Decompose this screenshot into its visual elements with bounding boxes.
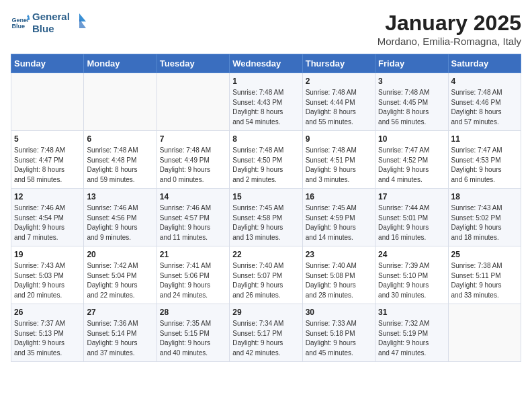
calendar-cell: 2Sunrise: 7:48 AMSunset: 4:44 PMDaylight… — [302, 73, 375, 131]
calendar-cell — [11, 73, 84, 131]
calendar-cell: 14Sunrise: 7:46 AMSunset: 4:57 PMDayligh… — [157, 189, 229, 246]
day-info: Sunrise: 7:46 AMSunset: 4:54 PMDaylight:… — [14, 203, 81, 242]
day-number: 13 — [87, 192, 153, 201]
day-info: Sunrise: 7:33 AMSunset: 5:18 PMDaylight:… — [306, 319, 372, 358]
day-number: 4 — [451, 77, 518, 86]
calendar-cell: 6Sunrise: 7:48 AMSunset: 4:48 PMDaylight… — [84, 131, 157, 189]
calendar-body: 1Sunrise: 7:48 AMSunset: 4:43 PMDaylight… — [11, 73, 521, 362]
weekday-header-friday: Friday — [375, 54, 448, 73]
main-title: January 2025 — [378, 11, 521, 36]
calendar-cell: 24Sunrise: 7:39 AMSunset: 5:10 PMDayligh… — [375, 246, 448, 304]
calendar-cell: 16Sunrise: 7:45 AMSunset: 4:59 PMDayligh… — [302, 189, 375, 246]
day-info: Sunrise: 7:34 AMSunset: 5:17 PMDaylight:… — [232, 319, 299, 358]
calendar-cell: 5Sunrise: 7:48 AMSunset: 4:47 PMDaylight… — [11, 131, 84, 189]
calendar-cell: 20Sunrise: 7:42 AMSunset: 5:04 PMDayligh… — [84, 246, 157, 304]
calendar-cell: 12Sunrise: 7:46 AMSunset: 4:54 PMDayligh… — [11, 189, 84, 246]
day-number: 2 — [306, 77, 372, 86]
calendar-cell: 27Sunrise: 7:36 AMSunset: 5:14 PMDayligh… — [84, 304, 157, 362]
day-info: Sunrise: 7:48 AMSunset: 4:45 PMDaylight:… — [378, 88, 445, 127]
day-number: 15 — [232, 192, 299, 201]
logo: General Blue General Blue — [11, 11, 86, 35]
calendar-cell: 8Sunrise: 7:48 AMSunset: 4:50 PMDaylight… — [230, 131, 302, 189]
day-number: 11 — [451, 134, 518, 144]
day-number: 21 — [160, 250, 226, 259]
day-info: Sunrise: 7:48 AMSunset: 4:48 PMDaylight:… — [87, 146, 153, 185]
day-info: Sunrise: 7:39 AMSunset: 5:10 PMDaylight:… — [378, 261, 445, 300]
weekday-header-wednesday: Wednesday — [230, 54, 302, 73]
calendar-cell: 29Sunrise: 7:34 AMSunset: 5:17 PMDayligh… — [230, 304, 302, 362]
day-info: Sunrise: 7:48 AMSunset: 4:51 PMDaylight:… — [306, 146, 372, 185]
day-number: 31 — [378, 308, 445, 317]
day-info: Sunrise: 7:46 AMSunset: 4:56 PMDaylight:… — [87, 203, 153, 242]
day-number: 6 — [87, 134, 153, 144]
calendar-cell: 17Sunrise: 7:44 AMSunset: 5:01 PMDayligh… — [375, 189, 448, 246]
calendar-cell: 15Sunrise: 7:45 AMSunset: 4:58 PMDayligh… — [230, 189, 302, 246]
day-number: 18 — [451, 192, 518, 201]
weekday-header-sunday: Sunday — [11, 54, 84, 73]
logo-general: General — [32, 11, 70, 23]
calendar-cell: 21Sunrise: 7:41 AMSunset: 5:06 PMDayligh… — [157, 246, 229, 304]
day-number: 7 — [160, 134, 226, 144]
day-number: 9 — [306, 134, 372, 144]
calendar-cell — [84, 73, 157, 131]
weekday-header-row: SundayMondayTuesdayWednesdayThursdayFrid… — [11, 54, 521, 73]
day-number: 24 — [378, 250, 445, 259]
calendar-table: SundayMondayTuesdayWednesdayThursdayFrid… — [11, 54, 521, 362]
day-info: Sunrise: 7:35 AMSunset: 5:15 PMDaylight:… — [160, 319, 226, 358]
day-info: Sunrise: 7:47 AMSunset: 4:53 PMDaylight:… — [451, 146, 518, 185]
calendar-week-4: 19Sunrise: 7:43 AMSunset: 5:03 PMDayligh… — [11, 246, 521, 304]
weekday-header-thursday: Thursday — [302, 54, 375, 73]
day-number: 5 — [14, 134, 81, 144]
day-info: Sunrise: 7:42 AMSunset: 5:04 PMDaylight:… — [87, 261, 153, 300]
day-number: 8 — [232, 134, 299, 144]
day-info: Sunrise: 7:38 AMSunset: 5:11 PMDaylight:… — [451, 261, 518, 300]
day-info: Sunrise: 7:41 AMSunset: 5:06 PMDaylight:… — [160, 261, 226, 300]
day-info: Sunrise: 7:44 AMSunset: 5:01 PMDaylight:… — [378, 203, 445, 242]
calendar-cell: 25Sunrise: 7:38 AMSunset: 5:11 PMDayligh… — [448, 246, 521, 304]
day-info: Sunrise: 7:45 AMSunset: 4:59 PMDaylight:… — [306, 203, 372, 242]
day-info: Sunrise: 7:48 AMSunset: 4:43 PMDaylight:… — [232, 88, 299, 127]
calendar-cell: 22Sunrise: 7:40 AMSunset: 5:07 PMDayligh… — [230, 246, 302, 304]
calendar-cell: 7Sunrise: 7:48 AMSunset: 4:49 PMDaylight… — [157, 131, 229, 189]
day-number: 30 — [306, 308, 372, 317]
calendar-header: SundayMondayTuesdayWednesdayThursdayFrid… — [11, 54, 521, 73]
calendar-cell: 4Sunrise: 7:48 AMSunset: 4:46 PMDaylight… — [448, 73, 521, 131]
calendar-cell — [448, 304, 521, 362]
calendar-cell: 31Sunrise: 7:32 AMSunset: 5:19 PMDayligh… — [375, 304, 448, 362]
day-number: 28 — [160, 308, 226, 317]
calendar-cell: 10Sunrise: 7:47 AMSunset: 4:52 PMDayligh… — [375, 131, 448, 189]
calendar-container: General Blue General Blue January 2025 M… — [0, 0, 532, 370]
day-number: 27 — [87, 308, 153, 317]
day-number: 16 — [306, 192, 372, 201]
calendar-cell: 11Sunrise: 7:47 AMSunset: 4:53 PMDayligh… — [448, 131, 521, 189]
day-info: Sunrise: 7:45 AMSunset: 4:58 PMDaylight:… — [232, 203, 299, 242]
calendar-week-1: 1Sunrise: 7:48 AMSunset: 4:43 PMDaylight… — [11, 73, 521, 131]
logo-triangle-icon — [73, 13, 86, 32]
calendar-week-3: 12Sunrise: 7:46 AMSunset: 4:54 PMDayligh… — [11, 189, 521, 246]
calendar-cell: 26Sunrise: 7:37 AMSunset: 5:13 PMDayligh… — [11, 304, 84, 362]
day-number: 10 — [378, 134, 445, 144]
day-info: Sunrise: 7:48 AMSunset: 4:46 PMDaylight:… — [451, 88, 518, 127]
day-info: Sunrise: 7:40 AMSunset: 5:08 PMDaylight:… — [306, 261, 372, 300]
day-number: 26 — [14, 308, 81, 317]
calendar-week-2: 5Sunrise: 7:48 AMSunset: 4:47 PMDaylight… — [11, 131, 521, 189]
svg-text:Blue: Blue — [11, 23, 25, 30]
title-block: January 2025 Mordano, Emilia-Romagna, It… — [378, 11, 521, 47]
calendar-cell: 23Sunrise: 7:40 AMSunset: 5:08 PMDayligh… — [302, 246, 375, 304]
weekday-header-saturday: Saturday — [448, 54, 521, 73]
day-info: Sunrise: 7:47 AMSunset: 4:52 PMDaylight:… — [378, 146, 445, 185]
calendar-cell: 9Sunrise: 7:48 AMSunset: 4:51 PMDaylight… — [302, 131, 375, 189]
calendar-cell: 1Sunrise: 7:48 AMSunset: 4:43 PMDaylight… — [230, 73, 302, 131]
day-info: Sunrise: 7:36 AMSunset: 5:14 PMDaylight:… — [87, 319, 153, 358]
day-info: Sunrise: 7:43 AMSunset: 5:03 PMDaylight:… — [14, 261, 81, 300]
day-info: Sunrise: 7:48 AMSunset: 4:49 PMDaylight:… — [160, 146, 226, 185]
day-number: 17 — [378, 192, 445, 201]
weekday-header-monday: Monday — [84, 54, 157, 73]
subtitle: Mordano, Emilia-Romagna, Italy — [378, 36, 521, 47]
day-number: 1 — [232, 77, 299, 86]
day-info: Sunrise: 7:43 AMSunset: 5:02 PMDaylight:… — [451, 203, 518, 242]
calendar-cell: 13Sunrise: 7:46 AMSunset: 4:56 PMDayligh… — [84, 189, 157, 246]
day-info: Sunrise: 7:46 AMSunset: 4:57 PMDaylight:… — [160, 203, 226, 242]
day-number: 12 — [14, 192, 81, 201]
day-number: 29 — [232, 308, 299, 317]
